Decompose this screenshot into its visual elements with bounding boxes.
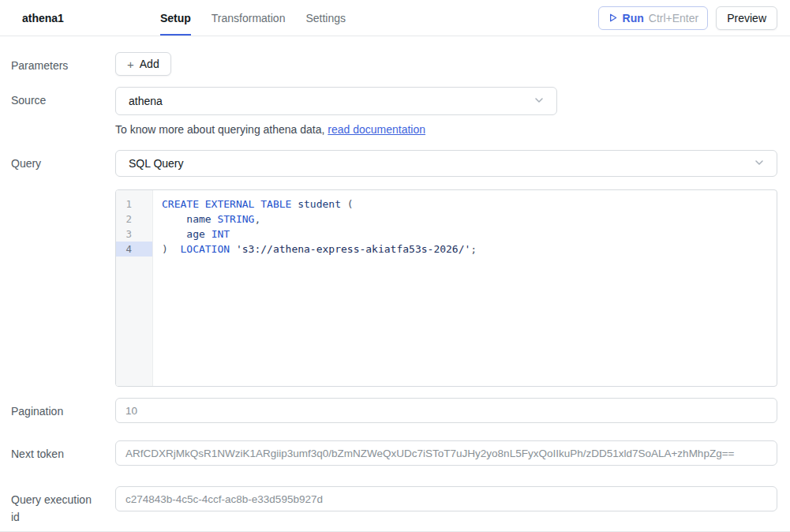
run-button[interactable]: Run Ctrl+Enter [598,6,709,30]
line-number: 4 [116,242,152,257]
run-label: Run [623,12,644,24]
query-row: Query SQL Query 1CREATE EXTERNAL TABLE s… [11,150,777,387]
add-label: Add [140,58,159,70]
query-name[interactable]: athena1 [22,12,64,24]
add-parameter-button[interactable]: + Add [115,52,171,76]
tab-settings[interactable]: Settings [305,0,346,36]
code-text: CREATE EXTERNAL TABLE student ( [152,197,354,212]
read-documentation-link[interactable]: read documentation [328,123,425,136]
query-mode-select[interactable]: SQL Query [115,150,777,177]
code-line[interactable]: 2 name STRING, [116,212,777,227]
source-help-text: To know more about querying athena data,… [115,122,777,137]
code-text: ) LOCATION 's3://athena-express-akiatfa5… [152,242,477,257]
source-select[interactable]: athena [115,87,557,115]
tab-bar: Setup Transformation Settings [160,0,346,36]
run-shortcut: Ctrl+Enter [649,12,698,24]
next-token-row: Next token [11,440,777,466]
line-number: 1 [116,197,152,212]
code-line[interactable]: 3 age INT [116,227,777,242]
code-line[interactable]: 4) LOCATION 's3://athena-express-akiatfa… [116,242,777,257]
plus-icon: + [127,58,134,71]
next-token-label: Next token [11,440,115,466]
query-mode-value: SQL Query [129,157,184,170]
parameters-label: Parameters [11,52,115,76]
query-execution-id-input[interactable] [115,486,777,511]
code-lines: 1CREATE EXTERNAL TABLE student (2 name S… [116,197,777,257]
help-text: To know more about querying athena data, [115,123,328,136]
query-execution-id-row: Query execution id [11,486,777,526]
pagination-label: Pagination [11,398,115,423]
query-editor-panel: athena1 Setup Transformation Settings Ru… [0,0,790,532]
source-select-value: athena [129,95,163,107]
play-icon [608,13,618,23]
sql-code-editor[interactable]: 1CREATE EXTERNAL TABLE student (2 name S… [115,189,777,387]
header-actions: Run Ctrl+Enter Preview [598,0,777,36]
next-token-input[interactable] [115,440,777,466]
line-number: 2 [116,212,152,227]
preview-button[interactable]: Preview [716,6,777,30]
code-line[interactable]: 1CREATE EXTERNAL TABLE student ( [116,197,777,212]
source-row: Source athena To know more about queryin… [11,87,777,137]
line-number: 3 [116,227,152,242]
chevron-down-icon [533,94,545,109]
pagination-input[interactable] [115,398,777,423]
tab-transformation[interactable]: Transformation [212,0,286,36]
chevron-down-icon [753,156,766,171]
source-label: Source [11,87,115,137]
header: athena1 Setup Transformation Settings Ru… [0,0,790,36]
parameters-row: Parameters + Add [11,52,777,76]
query-execution-id-label: Query execution id [11,486,115,526]
pagination-row: Pagination [11,398,777,423]
query-label: Query [11,150,115,387]
tab-setup[interactable]: Setup [160,0,191,36]
setup-form: Parameters + Add Source athena To know m… [0,36,790,531]
code-text: age INT [152,227,230,242]
code-text: name STRING, [152,212,260,227]
